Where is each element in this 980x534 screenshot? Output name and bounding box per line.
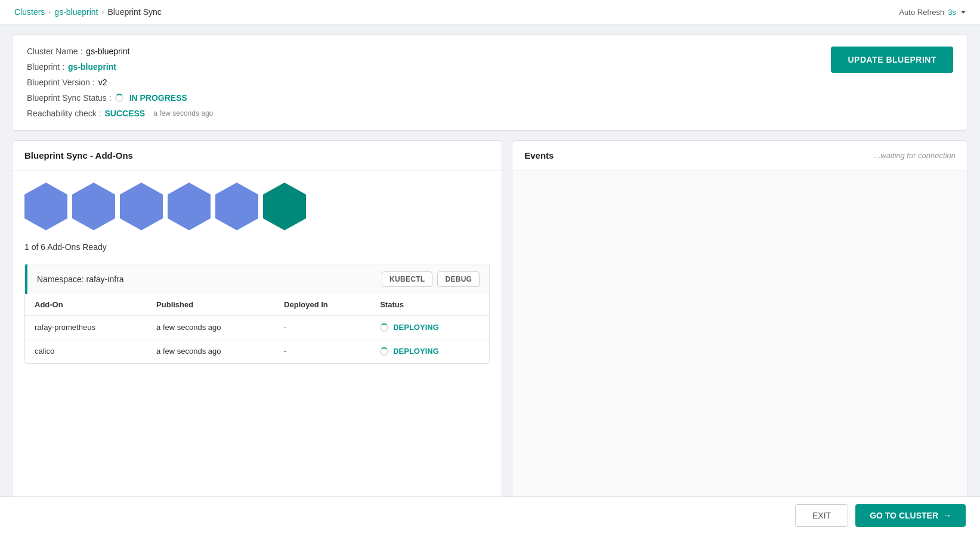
hex-item-5 <box>215 183 258 230</box>
kubectl-button[interactable]: KUBECTL <box>382 271 432 287</box>
addons-panel-body: 1 of 6 Add-Ons Ready Namespace: rafay-in… <box>13 171 502 534</box>
hex-item-3 <box>120 183 163 230</box>
sync-status-value: IN PROGRESS <box>129 93 187 103</box>
addons-ready-text: 1 of 6 Add-Ons Ready <box>24 242 490 252</box>
events-panel-header: Events ...waiting for connection <box>512 141 967 171</box>
addon-table: Add-On Published Deployed In Status rafa… <box>25 294 489 363</box>
breadcrumb-clusters[interactable]: Clusters <box>14 7 45 17</box>
breadcrumb: Clusters › gs-blueprint › Blueprint Sync <box>14 7 162 17</box>
events-empty-area <box>512 171 967 534</box>
debug-button[interactable]: DEBUG <box>437 271 480 287</box>
goto-cluster-button[interactable]: GO TO CLUSTER → <box>855 504 966 527</box>
hex-shape-5 <box>215 183 258 230</box>
status-deploying-label-2: DEPLOYING <box>393 347 439 356</box>
addon-table-head: Add-On Published Deployed In Status <box>25 294 489 316</box>
blueprint-version-label: Blueprint Version : <box>27 78 95 87</box>
sync-status-label: Blueprint Sync Status : <box>27 93 112 103</box>
reachability-row: Reachability check : SUCCESS a few secon… <box>27 109 213 118</box>
hex-shape-4 <box>168 183 211 230</box>
cluster-name-row: Cluster Name : gs-blueprint <box>27 47 213 56</box>
table-row: calico a few seconds ago - DEPLOYING <box>25 339 489 363</box>
top-nav: Clusters › gs-blueprint › Blueprint Sync… <box>0 0 980 24</box>
col-addon: Add-On <box>25 294 147 316</box>
hex-item-1 <box>24 183 67 230</box>
events-panel-title: Events <box>524 150 554 160</box>
addons-panel: Blueprint Sync - Add-Ons 1 of 6 Add-Ons … <box>12 140 502 534</box>
auto-refresh-label: Auto Refresh <box>899 8 944 17</box>
breadcrumb-blueprint[interactable]: gs-blueprint <box>54 7 98 17</box>
breadcrumb-current: Blueprint Sync <box>108 7 162 17</box>
addons-panel-header: Blueprint Sync - Add-Ons <box>13 141 502 171</box>
chevron-down-icon <box>961 11 966 14</box>
deploy-spinner-icon-1 <box>380 323 388 332</box>
status-deploying-label-1: DEPLOYING <box>393 323 439 332</box>
addon-deployed-1: - <box>274 316 370 339</box>
namespace-label: Namespace: rafay-infra <box>37 274 124 284</box>
info-fields: Cluster Name : gs-blueprint Blueprint : … <box>27 47 213 118</box>
addon-status-1: DEPLOYING <box>370 316 489 339</box>
addon-published-2: a few seconds ago <box>147 339 274 363</box>
events-panel: Events ...waiting for connection <box>512 140 968 534</box>
addons-panel-title: Blueprint Sync - Add-Ons <box>24 150 133 160</box>
blueprint-label: Blueprint : <box>27 62 64 72</box>
goto-cluster-arrow-icon: → <box>943 511 951 520</box>
cluster-name-value: gs-blueprint <box>86 47 129 56</box>
hex-item-4 <box>168 183 211 230</box>
exit-button[interactable]: EXIT <box>795 504 848 527</box>
addon-deployed-2: - <box>274 339 370 363</box>
sync-status-row: Blueprint Sync Status : IN PROGRESS <box>27 93 213 103</box>
info-card: Cluster Name : gs-blueprint Blueprint : … <box>12 34 968 131</box>
breadcrumb-sep1: › <box>48 8 51 16</box>
update-blueprint-button[interactable]: UPDATE BLUEPRINT <box>831 47 953 73</box>
col-status: Status <box>370 294 489 316</box>
hex-shape-3 <box>120 183 163 230</box>
auto-refresh-control[interactable]: Auto Refresh 3s <box>899 8 966 17</box>
goto-cluster-label: GO TO CLUSTER <box>870 511 938 520</box>
two-panel: Blueprint Sync - Add-Ons 1 of 6 Add-Ons … <box>12 140 968 534</box>
addon-table-header-row: Add-On Published Deployed In Status <box>25 294 489 316</box>
reachability-label: Reachability check : <box>27 109 101 118</box>
blueprint-value: gs-blueprint <box>68 62 116 72</box>
namespace-section: Namespace: rafay-infra KUBECTL DEBUG Add… <box>24 264 490 364</box>
hex-shape-1 <box>24 183 67 230</box>
hex-shape-2 <box>72 183 115 230</box>
deploy-spinner-icon-2 <box>380 347 388 356</box>
cluster-name-label: Cluster Name : <box>27 47 82 56</box>
ns-actions: KUBECTL DEBUG <box>382 271 480 287</box>
addon-table-body: rafay-prometheus a few seconds ago - DEP… <box>25 316 489 363</box>
auto-refresh-value: 3s <box>948 8 956 17</box>
addon-name-2: calico <box>25 339 147 363</box>
hex-item-2 <box>72 183 115 230</box>
status-deploying-1: DEPLOYING <box>380 323 480 332</box>
table-row: rafay-prometheus a few seconds ago - DEP… <box>25 316 489 339</box>
reachability-value: SUCCESS <box>105 109 146 118</box>
addon-name-1: rafay-prometheus <box>25 316 147 339</box>
namespace-header: Namespace: rafay-infra KUBECTL DEBUG <box>25 264 489 294</box>
hex-shape-6 <box>263 183 306 230</box>
breadcrumb-sep2: › <box>102 8 104 16</box>
main-content: Cluster Name : gs-blueprint Blueprint : … <box>0 24 980 534</box>
hex-item-6 <box>263 183 306 230</box>
bottom-bar: EXIT GO TO CLUSTER → <box>0 496 980 534</box>
addon-status-2: DEPLOYING <box>370 339 489 363</box>
col-deployed-in: Deployed In <box>274 294 370 316</box>
sync-spinner-icon <box>115 94 123 102</box>
events-waiting-text: ...waiting for connection <box>874 151 956 160</box>
hexagons-row <box>24 183 490 230</box>
addon-published-1: a few seconds ago <box>147 316 274 339</box>
blueprint-row: Blueprint : gs-blueprint <box>27 62 213 72</box>
blueprint-version-row: Blueprint Version : v2 <box>27 78 213 87</box>
status-deploying-2: DEPLOYING <box>380 347 480 356</box>
reachability-timestamp: a few seconds ago <box>153 109 213 118</box>
col-published: Published <box>147 294 274 316</box>
blueprint-version-value: v2 <box>98 78 107 87</box>
